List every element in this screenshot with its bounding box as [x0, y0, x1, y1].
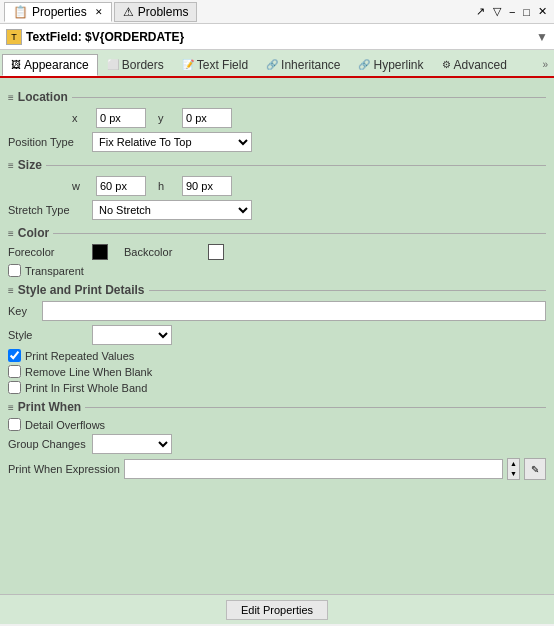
spinner-up-icon[interactable]: ▲ [508, 459, 519, 469]
transparent-label: Transparent [25, 265, 84, 277]
tab-text-field[interactable]: 📝 Text Field [173, 54, 257, 75]
forecolor-swatch[interactable] [92, 244, 108, 260]
maximize-button[interactable]: □ [520, 4, 533, 19]
menu-button[interactable]: ▽ [490, 4, 504, 19]
tab-properties[interactable]: 📋 Properties ✕ [4, 2, 112, 22]
title-bar: 📋 Properties ✕ ⚠ Problems ↗ ▽ − □ ✕ [0, 0, 554, 24]
print-when-expression-input[interactable] [124, 459, 503, 479]
remove-line-when-blank-label: Remove Line When Blank [25, 366, 152, 378]
print-in-first-whole-band-checkbox[interactable] [8, 381, 21, 394]
detail-overflows-checkbox[interactable] [8, 418, 21, 431]
text-field-icon: 📝 [182, 59, 194, 70]
edit-properties-button[interactable]: Edit Properties [226, 600, 328, 620]
tab-borders[interactable]: ⬜ Borders [98, 54, 173, 75]
color-divider [53, 233, 546, 234]
position-type-row: Position Type Fix Relative To Top Float … [8, 132, 546, 152]
remove-line-when-blank-row: Remove Line When Blank [8, 365, 546, 378]
w-label: w [72, 180, 92, 192]
backcolor-label: Backcolor [124, 246, 204, 258]
minimize-button[interactable]: ↗ [473, 4, 488, 19]
size-wh-row: w h [8, 176, 546, 196]
detail-overflows-row: Detail Overflows [8, 418, 546, 431]
print-when-expression-row: Print When Expression ▲ ▼ ✎ [8, 458, 546, 480]
tabs-bar: 🖼 Appearance ⬜ Borders 📝 Text Field 🔗 In… [0, 50, 554, 78]
transparent-row: Transparent [8, 264, 546, 277]
appearance-icon: 🖼 [11, 59, 21, 70]
hyperlink-icon: 🔗 [358, 59, 370, 70]
position-type-select[interactable]: Fix Relative To Top Float Fix Relative T… [92, 132, 252, 152]
w-input[interactable] [96, 176, 146, 196]
print-when-expression-label: Print When Expression [8, 463, 120, 475]
close-button[interactable]: ✕ [535, 4, 550, 19]
print-repeated-values-checkbox[interactable] [8, 349, 21, 362]
x-input[interactable] [96, 108, 146, 128]
y-input[interactable] [182, 108, 232, 128]
field-header: T TextField: $V{ORDERDATE} ▼ [0, 24, 554, 50]
print-repeated-values-label: Print Repeated Values [25, 350, 134, 362]
title-bar-actions: ↗ ▽ − □ ✕ [473, 4, 550, 19]
h-input[interactable] [182, 176, 232, 196]
style-select[interactable] [92, 325, 172, 345]
advanced-icon: ⚙ [442, 59, 451, 70]
print-when-collapse-icon[interactable]: ≡ [8, 402, 14, 413]
remove-line-when-blank-checkbox[interactable] [8, 365, 21, 378]
tab-advanced[interactable]: ⚙ Advanced [433, 54, 516, 75]
inheritance-icon: 🔗 [266, 59, 278, 70]
key-row: Key [8, 301, 546, 321]
print-when-divider [85, 407, 546, 408]
tab-hyperlink[interactable]: 🔗 Hyperlink [349, 54, 432, 75]
borders-icon: ⬜ [107, 59, 119, 70]
location-divider [72, 97, 546, 98]
color-section-header: ≡ Color [8, 226, 546, 240]
y-label: y [158, 112, 178, 124]
size-collapse-icon[interactable]: ≡ [8, 160, 14, 171]
x-label: x [72, 112, 92, 124]
size-section-header: ≡ Size [8, 158, 546, 172]
style-print-divider [149, 290, 546, 291]
color-row: Forecolor Backcolor [8, 244, 546, 260]
field-dropdown-icon[interactable]: ▼ [532, 30, 548, 44]
collapse-button[interactable]: − [506, 4, 518, 19]
print-when-section-header: ≡ Print When [8, 400, 546, 414]
style-print-section-header: ≡ Style and Print Details [8, 283, 546, 297]
style-row: Style [8, 325, 546, 345]
forecolor-label: Forecolor [8, 246, 88, 258]
style-print-collapse-icon[interactable]: ≡ [8, 285, 14, 296]
field-title: TextField: $V{ORDERDATE} [26, 30, 532, 44]
location-collapse-icon[interactable]: ≡ [8, 92, 14, 103]
size-divider [46, 165, 546, 166]
key-label: Key [8, 305, 38, 317]
field-type-icon: T [6, 29, 22, 45]
expression-spinner[interactable]: ▲ ▼ [507, 458, 520, 480]
tabs-more-button[interactable]: » [538, 57, 552, 72]
print-repeated-values-row: Print Repeated Values [8, 349, 546, 362]
close-tab-icon[interactable]: ✕ [95, 7, 103, 17]
print-in-first-whole-band-row: Print In First Whole Band [8, 381, 546, 394]
tab-problems[interactable]: ⚠ Problems [114, 2, 198, 22]
position-type-label: Position Type [8, 136, 88, 148]
detail-overflows-label: Detail Overflows [25, 419, 105, 431]
properties-icon: 📋 [13, 5, 28, 19]
tab-inheritance[interactable]: 🔗 Inheritance [257, 54, 349, 75]
title-bar-tabs: 📋 Properties ✕ ⚠ Problems [4, 2, 197, 22]
bottom-bar: Edit Properties [0, 594, 554, 624]
group-changes-label: Group Changes [8, 438, 88, 450]
style-label: Style [8, 329, 88, 341]
group-changes-row: Group Changes [8, 434, 546, 454]
stretch-type-row: Stretch Type No Stretch Relative To Tall… [8, 200, 546, 220]
transparent-checkbox[interactable] [8, 264, 21, 277]
spinner-down-icon[interactable]: ▼ [508, 469, 519, 479]
stretch-type-select[interactable]: No Stretch Relative To Tallest Object Re… [92, 200, 252, 220]
expression-editor-button[interactable]: ✎ [524, 458, 546, 480]
color-collapse-icon[interactable]: ≡ [8, 228, 14, 239]
tab-appearance[interactable]: 🖼 Appearance [2, 54, 98, 76]
location-xy-row: x y [8, 108, 546, 128]
key-input[interactable] [42, 301, 546, 321]
stretch-type-label: Stretch Type [8, 204, 88, 216]
problems-icon: ⚠ [123, 5, 134, 19]
backcolor-swatch[interactable] [208, 244, 224, 260]
h-label: h [158, 180, 178, 192]
appearance-content: ≡ Location x y Position Type Fix Relativ… [0, 78, 554, 594]
location-section-header: ≡ Location [8, 90, 546, 104]
group-changes-select[interactable] [92, 434, 172, 454]
